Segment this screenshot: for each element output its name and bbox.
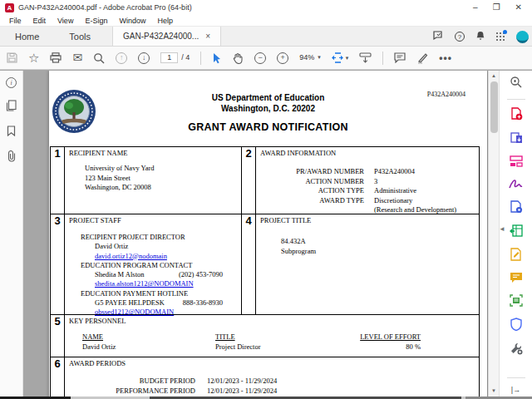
recipient-line: 123 Main Street (85, 174, 241, 184)
tab-close-icon[interactable]: × (205, 32, 210, 41)
column-header-title: TITLE (215, 332, 357, 342)
box-project-staff: 3 PROJECT STAFF RECIPIENT PROJECT DIRECT… (51, 214, 241, 314)
export-pdf-icon[interactable] (510, 131, 523, 148)
period-value: 12/01/2023 - 11/29/2024 (207, 387, 277, 397)
gan-form: 1 RECIPIENT NAME University of Navy Yard… (50, 146, 480, 399)
menu-file[interactable]: File (3, 17, 27, 25)
award-info-value: (Research and Development) (374, 205, 456, 215)
zoom-level-select[interactable]: 94% ▾ (299, 53, 321, 62)
menu-bar: File Edit View E-Sign Window Help (0, 15, 532, 27)
box-award-information: 2 AWARD INFORMATION PR/AWARD NUMBERP432A… (241, 147, 479, 214)
feedback-icon[interactable] (433, 31, 444, 42)
highlight-pen-icon[interactable] (416, 52, 428, 64)
comment-icon[interactable] (394, 52, 406, 63)
menu-esign[interactable]: E-Sign (79, 17, 113, 25)
save-icon[interactable] (7, 52, 17, 63)
page-thumbnails-icon[interactable] (6, 100, 17, 114)
column-header-name: NAME (82, 332, 215, 342)
tab-document[interactable]: GAN-P432A24000... × (112, 27, 221, 46)
export-table-icon[interactable] (510, 224, 523, 240)
attachments-paperclip-icon[interactable] (7, 150, 17, 165)
favorite-star-icon[interactable]: ☆ (28, 52, 39, 63)
notification-bell-icon[interactable] (475, 31, 485, 42)
personnel-effort: 80 % (357, 342, 421, 352)
user-avatar[interactable] (516, 31, 529, 43)
box-key-personnel: 5 KEY PERSONNEL NAME TITLE LEVEL OF EFFO… (51, 315, 479, 357)
fill-sign-icon[interactable] (510, 248, 522, 264)
vertical-scrollbar[interactable]: ▲ ▼ (488, 71, 499, 399)
select-tool-icon[interactable] (212, 52, 222, 64)
edit-pdf-icon[interactable] (510, 155, 523, 170)
menu-window[interactable]: Window (113, 17, 151, 25)
help-icon[interactable]: ? (455, 32, 465, 42)
tab-document-label: GAN-P432A24000... (123, 32, 199, 41)
box5-header: KEY PERSONNEL (69, 317, 479, 325)
create-pdf-icon[interactable] (510, 107, 523, 124)
rail-divider (507, 99, 525, 100)
zoom-in-icon[interactable]: + (277, 52, 288, 64)
app-grid-icon[interactable] (496, 32, 505, 42)
staff-email-link[interactable]: shedita.alston1212@NODOMAIN (95, 279, 241, 288)
box1-number: 1 (51, 147, 65, 214)
request-esign-icon[interactable] (509, 178, 523, 193)
zoom-level-value: 94% (299, 53, 314, 62)
box3-number: 3 (51, 214, 65, 314)
page-number-input[interactable]: 1 (160, 52, 178, 63)
box1-header: RECIPIENT NAME (69, 149, 241, 157)
info-icon[interactable]: i (6, 77, 17, 88)
scrollbar-thumb[interactable] (490, 81, 498, 133)
prepare-form-icon[interactable] (510, 200, 523, 217)
expand-panel-icon[interactable]: |→ (511, 386, 520, 394)
search-icon[interactable] (510, 76, 522, 91)
recipient-line: Washington, DC 20008 (85, 183, 241, 193)
collapse-right-pane-icon[interactable]: ◄ (499, 225, 505, 233)
award-info-label: ACTION NUMBER (260, 177, 364, 187)
main-toolbar: ☆ ✉ ↑ ↓ 1 / 4 − + 94% ▾ ▾ ••• (0, 47, 532, 70)
scan-ocr-icon[interactable] (510, 294, 523, 310)
period-label: BUDGET PERIOD (69, 377, 195, 387)
menu-help[interactable]: Help (151, 17, 179, 25)
personnel-name: David Ortiz (82, 342, 215, 352)
search-icon[interactable] (93, 52, 105, 64)
main-area: i P432A240004 US Department of Edu (0, 71, 532, 399)
tab-home[interactable]: Home (0, 27, 54, 46)
page-count-label: / 4 (181, 53, 190, 62)
staff-phone: 888-336-8930 (183, 298, 241, 308)
staff-email-link[interactable]: david.ortiz12@nodomain (95, 252, 241, 261)
staff-name: G5 PAYEE HELPDESK (95, 298, 165, 308)
minimize-button[interactable]: – (473, 3, 478, 12)
restore-button[interactable]: ❐ (493, 3, 500, 12)
more-tools-wrench-icon[interactable] (510, 342, 523, 358)
window-title: GAN-P432A240004.pdf - Adobe Acrobat Pro … (18, 3, 473, 12)
print-icon[interactable] (50, 52, 62, 63)
pdf-page[interactable]: P432A240004 US Department of Education W… (49, 71, 487, 399)
hand-tool-icon[interactable] (233, 52, 244, 64)
previous-page-icon[interactable]: ↑ (116, 52, 127, 64)
dept-line1: US Department of Education (49, 92, 487, 103)
next-page-icon[interactable]: ↓ (138, 52, 150, 64)
page-display-icon[interactable] (359, 52, 372, 63)
close-button[interactable]: ✕ (515, 3, 522, 12)
personnel-title: Project Director (215, 342, 357, 352)
scroll-up-icon[interactable]: ▲ (489, 73, 499, 78)
fit-width-icon[interactable]: ▾ (332, 52, 349, 63)
more-tools-ellipsis-icon[interactable]: ••• (439, 52, 452, 64)
tab-tools[interactable]: Tools (54, 27, 106, 46)
zoom-out-icon[interactable]: − (254, 52, 266, 64)
document-canvas[interactable]: P432A240004 US Department of Education W… (23, 71, 488, 399)
bookmarks-icon[interactable] (7, 126, 16, 139)
column-header-effort: LEVEL OF EFFORT (357, 332, 421, 342)
protect-shield-icon[interactable] (510, 318, 522, 334)
menu-edit[interactable]: Edit (27, 17, 52, 25)
rail-divider (507, 377, 525, 378)
email-icon[interactable]: ✉ (72, 52, 82, 63)
award-info-label: ACTION TYPE (260, 186, 364, 196)
comment-tool-icon[interactable] (510, 272, 523, 287)
award-info-value: Administrative (374, 186, 416, 196)
staff-phone: (202) 453-7090 (179, 270, 241, 279)
title-bar: A GAN-P432A240004.pdf - Adobe Acrobat Pr… (0, 0, 532, 15)
box2-header: AWARD INFORMATION (260, 149, 479, 157)
scroll-down-icon[interactable]: ▼ (489, 388, 499, 393)
project-title-line: 84.432A (281, 236, 479, 246)
menu-view[interactable]: View (52, 17, 79, 25)
